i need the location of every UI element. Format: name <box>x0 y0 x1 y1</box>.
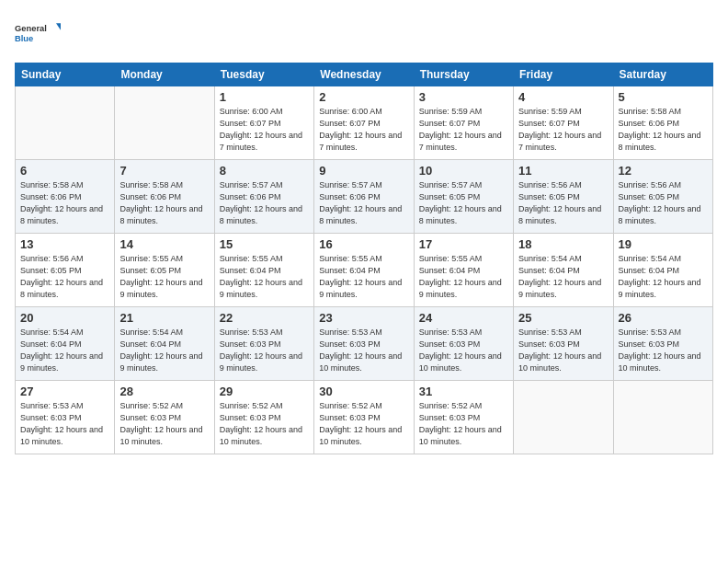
calendar-cell: 12Sunrise: 5:56 AM Sunset: 6:05 PM Dayli… <box>613 160 712 234</box>
calendar-cell: 16Sunrise: 5:55 AM Sunset: 6:04 PM Dayli… <box>314 234 414 307</box>
day-info: Sunrise: 5:57 AM Sunset: 6:05 PM Dayligh… <box>419 179 508 227</box>
calendar-cell: 30Sunrise: 5:52 AM Sunset: 6:03 PM Dayli… <box>314 381 414 454</box>
calendar-cell: 7Sunrise: 5:58 AM Sunset: 6:06 PM Daylig… <box>115 160 214 234</box>
day-info: Sunrise: 5:58 AM Sunset: 6:06 PM Dayligh… <box>619 106 708 154</box>
day-number: 1 <box>220 90 309 104</box>
day-number: 12 <box>619 164 708 178</box>
day-number: 13 <box>20 237 109 251</box>
calendar-week-row: 20Sunrise: 5:54 AM Sunset: 6:04 PM Dayli… <box>16 307 713 381</box>
svg-text:General: General <box>15 24 47 33</box>
day-number: 8 <box>220 164 309 178</box>
calendar-cell <box>115 86 214 160</box>
day-info: Sunrise: 5:53 AM Sunset: 6:03 PM Dayligh… <box>319 327 408 374</box>
weekday-header: Monday <box>115 63 214 86</box>
day-info: Sunrise: 5:57 AM Sunset: 6:06 PM Dayligh… <box>319 179 408 227</box>
calendar-cell: 15Sunrise: 5:55 AM Sunset: 6:04 PM Dayli… <box>214 234 313 307</box>
calendar-cell: 18Sunrise: 5:54 AM Sunset: 6:04 PM Dayli… <box>514 234 613 307</box>
day-number: 30 <box>319 385 408 398</box>
day-number: 24 <box>419 311 508 325</box>
calendar-cell: 27Sunrise: 5:53 AM Sunset: 6:03 PM Dayli… <box>16 381 115 454</box>
calendar-cell: 24Sunrise: 5:53 AM Sunset: 6:03 PM Dayli… <box>414 307 513 381</box>
day-info: Sunrise: 5:52 AM Sunset: 6:03 PM Dayligh… <box>419 400 508 448</box>
calendar-week-row: 6Sunrise: 5:58 AM Sunset: 6:06 PM Daylig… <box>16 160 713 234</box>
day-info: Sunrise: 5:57 AM Sunset: 6:06 PM Dayligh… <box>220 179 309 227</box>
calendar-cell: 23Sunrise: 5:53 AM Sunset: 6:03 PM Dayli… <box>314 307 414 381</box>
day-number: 31 <box>419 385 508 398</box>
calendar-week-row: 13Sunrise: 5:56 AM Sunset: 6:05 PM Dayli… <box>16 234 713 307</box>
calendar-cell: 20Sunrise: 5:54 AM Sunset: 6:04 PM Dayli… <box>16 307 115 381</box>
day-info: Sunrise: 5:59 AM Sunset: 6:07 PM Dayligh… <box>518 106 608 154</box>
day-info: Sunrise: 5:54 AM Sunset: 6:04 PM Dayligh… <box>619 253 708 301</box>
day-info: Sunrise: 5:55 AM Sunset: 6:04 PM Dayligh… <box>419 253 508 301</box>
day-info: Sunrise: 5:58 AM Sunset: 6:06 PM Dayligh… <box>20 179 109 227</box>
weekday-header: Tuesday <box>214 63 313 86</box>
svg-text:Blue: Blue <box>15 34 33 43</box>
day-number: 29 <box>220 385 309 398</box>
day-number: 5 <box>619 90 708 104</box>
day-number: 3 <box>419 90 508 104</box>
calendar-cell: 21Sunrise: 5:54 AM Sunset: 6:04 PM Dayli… <box>115 307 214 381</box>
day-info: Sunrise: 5:54 AM Sunset: 6:04 PM Dayligh… <box>119 327 209 374</box>
day-info: Sunrise: 5:56 AM Sunset: 6:05 PM Dayligh… <box>20 253 109 301</box>
day-info: Sunrise: 5:58 AM Sunset: 6:06 PM Dayligh… <box>119 179 209 227</box>
calendar-cell: 6Sunrise: 5:58 AM Sunset: 6:06 PM Daylig… <box>16 160 115 234</box>
day-info: Sunrise: 5:52 AM Sunset: 6:03 PM Dayligh… <box>119 400 209 448</box>
day-number: 15 <box>220 237 309 251</box>
day-info: Sunrise: 5:55 AM Sunset: 6:05 PM Dayligh… <box>119 253 209 301</box>
logo-svg: General Blue <box>15 15 61 53</box>
calendar-cell: 10Sunrise: 5:57 AM Sunset: 6:05 PM Dayli… <box>414 160 513 234</box>
day-info: Sunrise: 6:00 AM Sunset: 6:07 PM Dayligh… <box>220 106 309 154</box>
calendar-cell <box>16 86 115 160</box>
calendar-cell: 9Sunrise: 5:57 AM Sunset: 6:06 PM Daylig… <box>314 160 414 234</box>
page-header: General Blue <box>15 15 713 53</box>
day-number: 26 <box>619 311 708 325</box>
weekday-header: Friday <box>514 63 613 86</box>
day-number: 27 <box>20 385 109 398</box>
calendar-cell: 11Sunrise: 5:56 AM Sunset: 6:05 PM Dayli… <box>514 160 613 234</box>
day-info: Sunrise: 5:53 AM Sunset: 6:03 PM Dayligh… <box>20 400 109 448</box>
weekday-header: Saturday <box>613 63 712 86</box>
calendar-cell: 1Sunrise: 6:00 AM Sunset: 6:07 PM Daylig… <box>214 86 313 160</box>
day-number: 19 <box>619 237 708 251</box>
day-number: 2 <box>319 90 408 104</box>
calendar-cell: 2Sunrise: 6:00 AM Sunset: 6:07 PM Daylig… <box>314 86 414 160</box>
day-info: Sunrise: 5:56 AM Sunset: 6:05 PM Dayligh… <box>619 179 708 227</box>
day-number: 22 <box>220 311 309 325</box>
day-info: Sunrise: 5:59 AM Sunset: 6:07 PM Dayligh… <box>419 106 508 154</box>
weekday-header: Wednesday <box>314 63 414 86</box>
day-info: Sunrise: 5:53 AM Sunset: 6:03 PM Dayligh… <box>619 327 708 374</box>
weekday-header: Thursday <box>414 63 513 86</box>
day-number: 6 <box>20 164 109 178</box>
calendar-cell: 3Sunrise: 5:59 AM Sunset: 6:07 PM Daylig… <box>414 86 513 160</box>
day-number: 18 <box>518 237 608 251</box>
calendar-cell: 19Sunrise: 5:54 AM Sunset: 6:04 PM Dayli… <box>613 234 712 307</box>
calendar-week-row: 27Sunrise: 5:53 AM Sunset: 6:03 PM Dayli… <box>16 381 713 454</box>
day-number: 17 <box>419 237 508 251</box>
day-number: 7 <box>119 164 209 178</box>
day-info: Sunrise: 5:55 AM Sunset: 6:04 PM Dayligh… <box>319 253 408 301</box>
day-info: Sunrise: 5:55 AM Sunset: 6:04 PM Dayligh… <box>220 253 309 301</box>
day-info: Sunrise: 5:54 AM Sunset: 6:04 PM Dayligh… <box>518 253 608 301</box>
calendar-cell: 4Sunrise: 5:59 AM Sunset: 6:07 PM Daylig… <box>514 86 613 160</box>
calendar-table: SundayMondayTuesdayWednesdayThursdayFrid… <box>15 63 713 454</box>
day-number: 9 <box>319 164 408 178</box>
svg-marker-2 <box>56 23 61 30</box>
day-info: Sunrise: 6:00 AM Sunset: 6:07 PM Dayligh… <box>319 106 408 154</box>
calendar-cell <box>613 381 712 454</box>
day-number: 4 <box>518 90 608 104</box>
calendar-cell: 17Sunrise: 5:55 AM Sunset: 6:04 PM Dayli… <box>414 234 513 307</box>
calendar-cell: 29Sunrise: 5:52 AM Sunset: 6:03 PM Dayli… <box>214 381 313 454</box>
day-info: Sunrise: 5:52 AM Sunset: 6:03 PM Dayligh… <box>319 400 408 448</box>
logo: General Blue <box>15 15 61 53</box>
day-number: 10 <box>419 164 508 178</box>
calendar-cell: 13Sunrise: 5:56 AM Sunset: 6:05 PM Dayli… <box>16 234 115 307</box>
day-number: 16 <box>319 237 408 251</box>
calendar-cell: 26Sunrise: 5:53 AM Sunset: 6:03 PM Dayli… <box>613 307 712 381</box>
calendar-cell: 25Sunrise: 5:53 AM Sunset: 6:03 PM Dayli… <box>514 307 613 381</box>
weekday-header: Sunday <box>16 63 115 86</box>
calendar-cell <box>514 381 613 454</box>
day-number: 21 <box>119 311 209 325</box>
day-number: 14 <box>119 237 209 251</box>
day-number: 25 <box>518 311 608 325</box>
day-number: 20 <box>20 311 109 325</box>
